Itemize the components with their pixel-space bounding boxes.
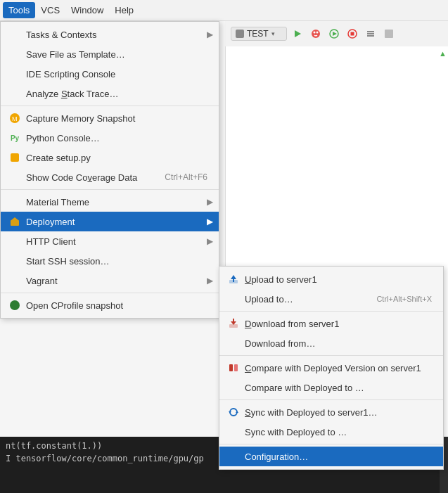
run-config-selector[interactable]: TEST ▾: [231, 27, 287, 41]
sub-separator-4: [219, 444, 443, 444]
upload-server1-icon: [226, 272, 241, 286]
svg-marker-5: [333, 32, 337, 36]
submenu-download-from[interactable]: Download from…: [219, 333, 443, 353]
submenu-compare-to[interactable]: Compare with Deployed to …: [219, 378, 443, 397]
menu-item-create-setup[interactable]: Create setup.py: [1, 148, 219, 167]
svg-text:M: M: [12, 115, 18, 122]
svg-rect-23: [229, 364, 233, 371]
svg-marker-18: [231, 275, 236, 279]
separator-1: [1, 105, 219, 106]
run-button[interactable]: [290, 26, 305, 41]
menu-item-material-theme[interactable]: Material Theme ▶: [1, 192, 219, 212]
submenu-upload-to[interactable]: Upload to… Ctrl+Alt+Shift+X: [219, 289, 443, 309]
run-config-name: TEST: [247, 29, 269, 39]
submenu-configuration[interactable]: Configuration…: [219, 447, 443, 466]
run-with-coverage-button[interactable]: [326, 26, 342, 41]
menu-item-show-coverage[interactable]: Show Code Coverage Data Ctrl+Alt+F6: [1, 167, 219, 187]
separator-2: [1, 189, 219, 190]
svg-marker-26: [229, 411, 231, 414]
menu-item-capture-memory[interactable]: M Capture Memory Snapshot: [1, 108, 219, 128]
svg-marker-15: [11, 217, 18, 220]
capture-memory-icon: M: [8, 111, 22, 125]
menu-item-http-client[interactable]: HTTP Client ▶: [1, 231, 219, 251]
menu-item-tasks[interactable]: Tasks & Contexts ▶: [1, 25, 219, 44]
run-config-icon: [236, 30, 244, 38]
submenu-compare-deployed[interactable]: Compare with Deployed Version on server1: [219, 358, 443, 378]
svg-point-3: [316, 32, 319, 34]
svg-rect-13: [11, 153, 19, 162]
run-config-edit-button[interactable]: [363, 26, 378, 41]
suspend-icon: [385, 30, 393, 38]
menu-item-python-console[interactable]: Py Python Console…: [1, 128, 219, 148]
submenu-sync-server1[interactable]: Sync with Deployed to server1…: [219, 402, 443, 422]
debug-button[interactable]: [308, 26, 324, 41]
submenu-sync-to[interactable]: Sync with Deployed to …: [219, 422, 443, 442]
deployment-submenu: Upload to server1 Upload to… Ctrl+Alt+Sh…: [219, 266, 444, 470]
menu-help[interactable]: Help: [109, 2, 139, 18]
svg-rect-19: [233, 279, 234, 282]
sub-separator-2: [219, 355, 443, 356]
menu-item-start-ssh[interactable]: Start SSH session…: [1, 251, 219, 271]
svg-rect-24: [234, 364, 238, 371]
stop-button[interactable]: [345, 26, 360, 41]
menu-item-save-template[interactable]: Save File as Template…: [1, 44, 219, 64]
compare-icon: [226, 361, 241, 375]
sub-separator-3: [219, 399, 443, 400]
sync-icon: [226, 405, 241, 419]
tools-menu: Tasks & Contexts ▶ Save File as Template…: [0, 21, 219, 319]
toolbar: TEST ▾: [225, 21, 448, 46]
menu-item-open-cprofile[interactable]: Open CProfile snapshot: [1, 295, 219, 315]
submenu-download-server1[interactable]: Download from server1: [219, 314, 443, 333]
menu-item-ide-scripting[interactable]: IDE Scripting Console: [1, 64, 219, 84]
svg-point-1: [312, 30, 320, 38]
svg-rect-7: [351, 32, 354, 36]
cprofile-icon: [8, 298, 22, 312]
menu-item-deployment[interactable]: Deployment ▶: [1, 212, 219, 231]
sub-separator-1: [219, 311, 443, 312]
svg-point-2: [314, 32, 316, 34]
suspend-button[interactable]: [381, 26, 397, 41]
menubar: Tools VCS Window Help: [0, 0, 448, 21]
setup-icon: [8, 151, 22, 165]
svg-point-16: [10, 300, 20, 310]
scroll-indicator: ▲: [439, 49, 447, 58]
menu-vcs[interactable]: VCS: [35, 2, 65, 18]
svg-rect-14: [11, 220, 19, 226]
submenu-upload-server1[interactable]: Upload to server1: [219, 269, 443, 289]
menu-tools[interactable]: Tools: [3, 2, 35, 18]
python-icon: Py: [8, 131, 22, 145]
svg-rect-22: [233, 319, 234, 322]
menu-item-vagrant[interactable]: Vagrant ▶: [1, 271, 219, 290]
download-server1-icon: [226, 316, 241, 331]
deployment-icon: [8, 215, 22, 229]
menu-item-analyze-stack[interactable]: Analyze Stack Trace…: [1, 84, 219, 103]
svg-marker-0: [295, 30, 301, 37]
menu-window[interactable]: Window: [65, 2, 109, 18]
run-config-dropdown-arrow: ▾: [271, 30, 275, 37]
separator-3: [1, 293, 219, 293]
